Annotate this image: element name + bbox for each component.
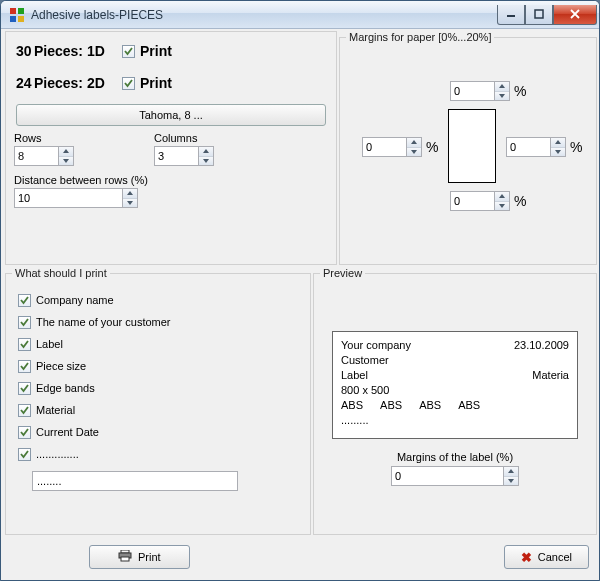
checkbox[interactable] <box>18 448 31 461</box>
margin-right-input[interactable] <box>506 137 550 157</box>
checkbox[interactable] <box>18 360 31 373</box>
window-buttons <box>497 5 597 25</box>
print-button[interactable]: Print <box>89 545 190 569</box>
minimize-button[interactable] <box>497 5 525 25</box>
svg-rect-2 <box>10 16 16 22</box>
rows-label: Rows <box>14 132 74 144</box>
svg-rect-0 <box>10 8 16 14</box>
custom-text-input[interactable] <box>32 471 238 491</box>
distance-label: Distance between rows (%) <box>14 174 328 186</box>
rows-down[interactable] <box>59 157 73 166</box>
checkbox-label: Current Date <box>36 426 99 438</box>
svg-rect-5 <box>535 10 543 18</box>
svg-rect-8 <box>121 557 129 561</box>
what-print-panel: What should I print Company nameThe name… <box>5 267 311 535</box>
close-button[interactable] <box>553 5 597 25</box>
titlebar[interactable]: Adhesive labels-PIECES <box>1 1 599 29</box>
cancel-icon: ✖ <box>521 550 532 565</box>
checkbox[interactable] <box>18 316 31 329</box>
margin-right-spinner[interactable] <box>506 137 566 157</box>
check-item: Label <box>18 333 298 355</box>
pieces-2d-count: 24 <box>6 75 34 91</box>
margins-paper-legend: Margins for paper [0%...20%] <box>346 31 494 43</box>
font-button[interactable]: Tahoma, 8 ... <box>16 104 326 126</box>
pieces-1d-label: Pieces: 1D <box>34 43 122 59</box>
preview-box: Your company23.10.2009 Customer LabelMat… <box>332 331 578 439</box>
distance-down[interactable] <box>123 199 137 208</box>
preview-dots: ......... <box>341 413 569 428</box>
columns-up[interactable] <box>199 147 213 157</box>
pieces-2d-label: Pieces: 2D <box>34 75 122 91</box>
checkbox-label: Edge bands <box>36 382 95 394</box>
what-print-legend: What should I print <box>12 267 110 279</box>
checkbox-label: .............. <box>36 448 79 460</box>
preview-abs-row: ABS ABS ABS ABS <box>341 398 569 413</box>
margin-left-spinner[interactable] <box>362 137 422 157</box>
checkbox-label: Piece size <box>36 360 86 372</box>
rows-spinner[interactable] <box>14 146 74 166</box>
print-1d-label: Print <box>140 43 172 59</box>
preview-label: Label <box>341 368 368 383</box>
distance-up[interactable] <box>123 189 137 199</box>
distance-spinner[interactable] <box>14 188 138 208</box>
svg-rect-3 <box>18 16 24 22</box>
pieces-1d-count: 30 <box>6 43 34 59</box>
check-item: Company name <box>18 289 298 311</box>
cancel-button-label: Cancel <box>538 551 572 563</box>
pct-label: % <box>514 83 526 99</box>
rows-input[interactable] <box>14 146 58 166</box>
checkbox-label: Material <box>36 404 75 416</box>
check-item: Current Date <box>18 421 298 443</box>
client-area: 30 Pieces: 1D Print 24 Pieces: 2D Print … <box>1 29 599 580</box>
margin-bottom-input[interactable] <box>450 191 494 211</box>
svg-rect-1 <box>18 8 24 14</box>
preview-date: 23.10.2009 <box>514 338 569 353</box>
checkbox-label: Company name <box>36 294 114 306</box>
print-2d-checkbox[interactable] <box>122 77 135 90</box>
rows-up[interactable] <box>59 147 73 157</box>
checkbox[interactable] <box>18 382 31 395</box>
checkbox[interactable] <box>18 338 31 351</box>
preview-panel: Preview Your company23.10.2009 Customer … <box>313 267 597 535</box>
columns-spinner[interactable] <box>154 146 214 166</box>
preview-size: 800 x 500 <box>341 383 569 398</box>
distance-input[interactable] <box>14 188 122 208</box>
checkbox[interactable] <box>18 294 31 307</box>
columns-down[interactable] <box>199 157 213 166</box>
pct-label: % <box>514 193 526 209</box>
app-icon <box>9 7 25 23</box>
pieces-panel: 30 Pieces: 1D Print 24 Pieces: 2D Print … <box>5 31 337 265</box>
window-title: Adhesive labels-PIECES <box>31 8 497 22</box>
columns-label: Columns <box>154 132 214 144</box>
checkbox-label: The name of your customer <box>36 316 171 328</box>
check-item: .............. <box>18 443 298 465</box>
margin-top-spinner[interactable] <box>450 81 510 101</box>
margin-bottom-spinner[interactable] <box>450 191 510 211</box>
check-item: The name of your customer <box>18 311 298 333</box>
maximize-button[interactable] <box>525 5 553 25</box>
label-margins-input[interactable] <box>391 466 503 486</box>
checkbox[interactable] <box>18 404 31 417</box>
label-margins-spinner[interactable] <box>391 466 519 486</box>
print-1d-checkbox[interactable] <box>122 45 135 58</box>
preview-material: Materia <box>532 368 569 383</box>
checkbox[interactable] <box>18 426 31 439</box>
pct-label: % <box>426 139 438 155</box>
margins-paper-panel: Margins for paper [0%...20%] % % % % <box>339 31 597 265</box>
pct-label: % <box>570 139 582 155</box>
check-item: Edge bands <box>18 377 298 399</box>
columns-input[interactable] <box>154 146 198 166</box>
button-bar: Print ✖ Cancel <box>5 540 595 574</box>
print-2d-label: Print <box>140 75 172 91</box>
margin-top-input[interactable] <box>450 81 494 101</box>
preview-legend: Preview <box>320 267 365 279</box>
check-item: Material <box>18 399 298 421</box>
cancel-button[interactable]: ✖ Cancel <box>504 545 589 569</box>
margin-left-input[interactable] <box>362 137 406 157</box>
print-button-label: Print <box>138 551 161 563</box>
check-item: Piece size <box>18 355 298 377</box>
preview-company: Your company <box>341 338 411 353</box>
printer-icon <box>118 550 132 564</box>
checkbox-label: Label <box>36 338 63 350</box>
label-margins-label: Margins of the label (%) <box>320 451 590 463</box>
